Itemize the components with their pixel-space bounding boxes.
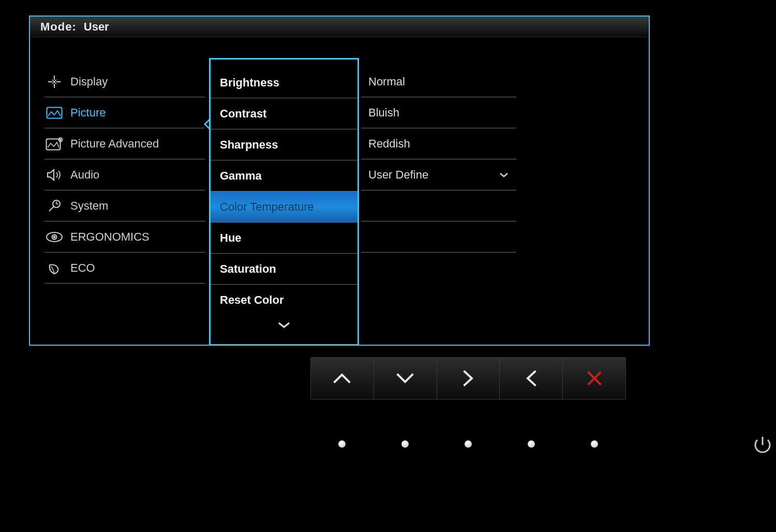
menu-item-picture-advanced[interactable]: Picture Advanced <box>44 128 205 159</box>
sub-label: Saturation <box>220 262 276 276</box>
osd-window: Mode: User Display <box>29 16 650 346</box>
menu-label: Audio <box>70 168 205 182</box>
system-icon <box>44 198 64 214</box>
option-empty <box>361 190 516 221</box>
chevron-down-icon <box>395 371 415 386</box>
eco-icon <box>44 260 64 276</box>
sub-label: Reset Color <box>220 293 283 307</box>
sub-item-saturation[interactable]: Saturation <box>211 254 357 285</box>
sub-item-reset-color[interactable]: Reset Color <box>211 285 357 316</box>
display-icon <box>44 74 64 90</box>
sub-item-brightness[interactable]: Brightness <box>211 67 357 98</box>
svg-rect-0 <box>47 107 62 118</box>
nav-bar <box>310 357 626 400</box>
picture-advanced-icon <box>44 136 64 152</box>
menu-label: ECO <box>70 261 205 275</box>
sub-label: Gamma <box>220 169 262 183</box>
menu-label: Picture <box>70 106 205 120</box>
menu-item-display[interactable]: Display <box>44 66 205 97</box>
svg-point-6 <box>54 236 55 238</box>
power-button[interactable] <box>747 430 776 461</box>
audio-icon <box>44 167 64 183</box>
main-menu: Display Picture <box>44 66 205 284</box>
menu-item-picture[interactable]: Picture <box>44 97 205 128</box>
close-icon <box>586 370 603 387</box>
sub-label: Color Temperature <box>220 200 314 214</box>
chevron-down-icon <box>277 321 291 329</box>
chevron-left-icon <box>524 370 539 387</box>
option-normal[interactable]: Normal <box>361 66 516 97</box>
sub-label: Brightness <box>220 76 279 90</box>
nav-right[interactable] <box>437 358 500 399</box>
sub-item-contrast[interactable]: Contrast <box>211 98 357 129</box>
nav-up[interactable] <box>311 358 374 399</box>
sub-label: Sharpness <box>220 138 278 152</box>
nav-down[interactable] <box>374 358 437 399</box>
option-empty <box>361 221 516 253</box>
indicator-dot <box>528 440 535 448</box>
sub-item-hue[interactable]: Hue <box>211 223 357 254</box>
option-label: Normal <box>368 75 405 88</box>
indicator-dot <box>401 440 409 448</box>
option-label: Reddish <box>368 137 410 151</box>
chevron-down-icon <box>499 171 509 179</box>
sub-label: Contrast <box>220 107 266 121</box>
sub-item-sharpness[interactable]: Sharpness <box>211 129 357 160</box>
chevron-right-icon <box>460 370 476 387</box>
menu-label: System <box>70 199 205 213</box>
osd-header: Mode: User <box>30 17 649 37</box>
picture-icon <box>44 105 64 121</box>
option-reddish[interactable]: Reddish <box>361 128 516 159</box>
mode-label: Mode: <box>40 20 77 34</box>
indicator-dot <box>591 440 598 448</box>
ergonomics-icon <box>44 229 64 245</box>
chevron-up-icon <box>332 371 352 386</box>
indicator-dot <box>338 440 346 448</box>
indicator-dots <box>310 434 626 454</box>
sub-item-color-temperature[interactable]: Color Temperature <box>211 191 357 223</box>
option-label: User Define <box>368 168 428 182</box>
mode-value: User <box>84 20 109 34</box>
menu-item-system[interactable]: System <box>44 190 205 221</box>
osd-body: Display Picture <box>30 37 649 345</box>
sub-item-gamma[interactable]: Gamma <box>211 160 357 191</box>
menu-label: Display <box>70 75 205 88</box>
power-icon <box>751 434 774 456</box>
option-bluish[interactable]: Bluish <box>361 97 516 128</box>
nav-left[interactable] <box>500 358 563 399</box>
menu-item-eco[interactable]: ECO <box>44 253 205 284</box>
option-user-define[interactable]: User Define <box>361 159 516 190</box>
menu-item-ergonomics[interactable]: ERGONOMICS <box>44 221 205 253</box>
menu-label: Picture Advanced <box>70 137 205 151</box>
submenu-scroll-down[interactable] <box>211 316 357 334</box>
options-list: Normal Bluish Reddish User Define <box>361 66 516 253</box>
menu-item-audio[interactable]: Audio <box>44 159 205 190</box>
nav-cancel[interactable] <box>563 358 625 399</box>
sub-label: Hue <box>220 231 242 245</box>
sub-menu: Brightness Contrast Sharpness Gamma Colo… <box>209 58 359 346</box>
indicator-dot <box>465 440 472 448</box>
option-label: Bluish <box>368 106 399 120</box>
menu-label: ERGONOMICS <box>70 230 205 244</box>
